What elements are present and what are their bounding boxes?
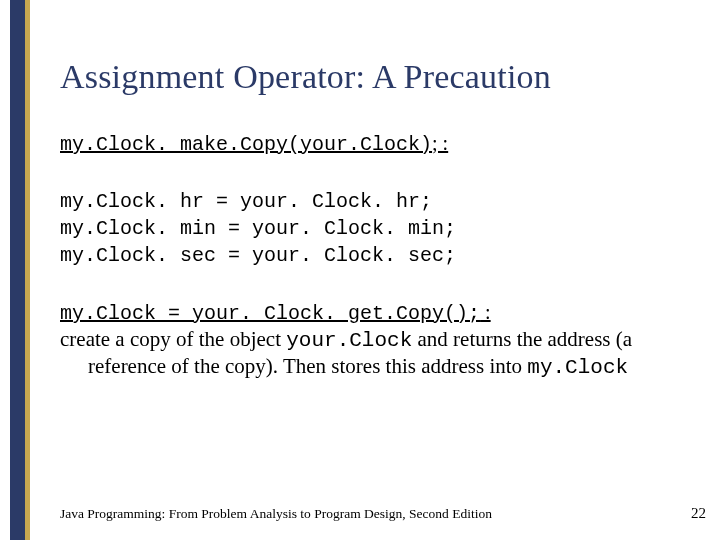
explanation-text: create a copy of the object your.Clock a… <box>60 327 660 381</box>
slide-title: Assignment Operator: A Precaution <box>60 58 700 96</box>
bullet-1-tail: ; : <box>432 132 448 154</box>
code-line-2: my.Clock. min = your. Clock. min; <box>60 215 700 242</box>
bullet-2-tail: : <box>480 301 491 323</box>
explain-obj2: my.Clock <box>527 356 628 379</box>
explain-pre: create a copy of the object <box>60 327 286 351</box>
footer-text: Java Programming: From Problem Analysis … <box>60 506 700 522</box>
code-block: my.Clock. hr = your. Clock. hr; my.Clock… <box>60 188 700 269</box>
code-line-1: my.Clock. hr = your. Clock. hr; <box>60 188 700 215</box>
left-accent-stripe <box>0 0 30 540</box>
page-number: 22 <box>691 505 706 522</box>
code-line-3: my.Clock. sec = your. Clock. sec; <box>60 242 700 269</box>
code-make-copy: my.Clock. make.Copy(your.Clock) <box>60 133 432 156</box>
bullet-2: my.Clock = your. Clock. get.Copy(); : cr… <box>60 299 700 381</box>
code-get-copy: my.Clock = your. Clock. get.Copy(); <box>60 302 480 325</box>
slide-content: Assignment Operator: A Precaution my.Clo… <box>60 0 700 540</box>
stripe-navy <box>10 0 25 540</box>
stripe-gold <box>25 0 30 540</box>
explain-obj1: your.Clock <box>286 329 412 352</box>
bullet-1: my.Clock. make.Copy(your.Clock); : <box>60 130 700 158</box>
